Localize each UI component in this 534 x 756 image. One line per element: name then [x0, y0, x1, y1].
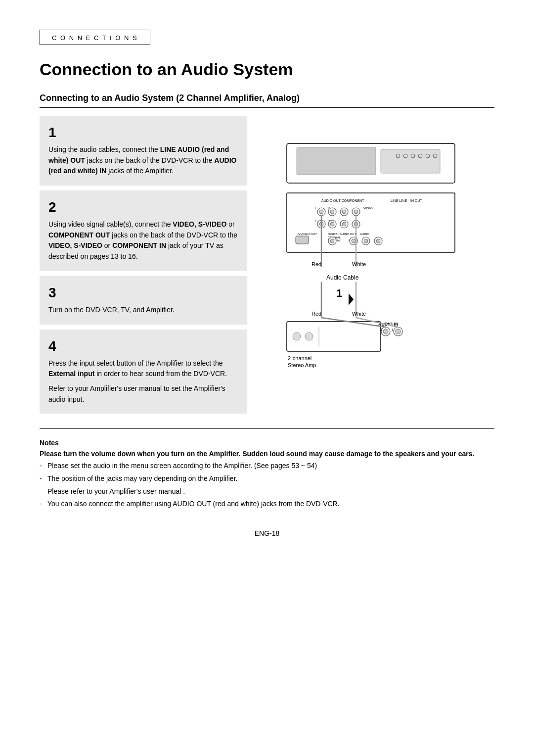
svg-point-20: [342, 210, 346, 214]
svg-text:R: R: [380, 328, 382, 331]
svg-rect-35: [296, 236, 309, 244]
step-1-block: 1 Using the audio cables, connect the LI…: [40, 116, 247, 186]
notes-title: Notes: [40, 439, 494, 447]
note-item-2b: Please refer to your Amplifier's user ma…: [40, 486, 494, 497]
page-number: ENG-18: [40, 529, 494, 537]
section-divider: [40, 428, 494, 429]
svg-text:IN    OUT: IN OUT: [410, 199, 422, 202]
svg-point-66: [383, 329, 388, 334]
svg-text:White: White: [352, 311, 366, 317]
svg-point-44: [352, 239, 356, 243]
step-3-number: 3: [48, 285, 238, 301]
page-title: Connection to an Audio System: [40, 60, 494, 79]
svg-point-29: [330, 222, 334, 226]
step-4-block: 4 Press the input select button of the A…: [40, 330, 247, 414]
section-title: Connecting to an Audio System (2 Channel…: [40, 93, 494, 108]
svg-point-62: [305, 332, 313, 340]
svg-text:LINE  LINE: LINE LINE: [391, 199, 407, 202]
svg-rect-1: [297, 147, 376, 175]
svg-point-61: [293, 332, 301, 340]
svg-point-18: [330, 210, 334, 214]
breadcrumb-box: C O N N E C T I O N S: [40, 30, 150, 45]
svg-text:Red: Red: [312, 311, 321, 317]
step-4-text: Press the input select button of the Amp…: [48, 358, 238, 379]
step-2-block: 2 Using video signal cable(s), connect t…: [40, 190, 247, 271]
step-1-number: 1: [48, 125, 238, 141]
step-2-number: 2: [48, 199, 238, 215]
svg-text:R: R: [315, 219, 318, 222]
svg-text:Audio Cable: Audio Cable: [326, 274, 359, 281]
note-item-1: Please set the audio in the menu screen …: [40, 461, 494, 472]
svg-text:L: L: [315, 207, 317, 210]
step-4-number: 4: [48, 338, 238, 354]
svg-text:S-VIDEO OUT: S-VIDEO OUT: [298, 233, 317, 236]
content-area: 1 Using the audio cables, connect the LI…: [40, 116, 494, 419]
svg-text:AUDIO: AUDIO: [360, 233, 369, 236]
svg-point-48: [376, 239, 380, 243]
svg-text:White: White: [352, 261, 366, 267]
svg-text:1: 1: [336, 287, 342, 299]
page: C O N N E C T I O N S Connection to an A…: [0, 0, 534, 756]
step-3-text: Turn on the DVD-VCR, TV, and Amplifier.: [48, 305, 238, 316]
svg-point-22: [354, 210, 358, 214]
svg-point-31: [342, 222, 346, 226]
svg-point-69: [396, 329, 400, 334]
note-bold: Please turn the volume down when you tur…: [40, 450, 494, 458]
step-3-block: 3 Turn on the DVD-VCR, TV, and Amplifier…: [40, 276, 247, 325]
step-4-extra: Refer to your Amplifier's user manual to…: [48, 383, 238, 405]
svg-text:L: L: [392, 328, 394, 331]
breadcrumb-label: C O N N E C T I O N S: [52, 34, 138, 42]
svg-rect-2: [381, 149, 440, 173]
note-item-3: You can also connect the amplifier using…: [40, 499, 494, 510]
note-item-2: The position of the jacks may vary depen…: [40, 473, 494, 484]
svg-text:2-channel: 2-channel: [288, 355, 312, 361]
step-1-text: Using the audio cables, connect the LINE…: [48, 144, 238, 177]
svg-point-46: [364, 239, 368, 243]
svg-text:AUDIO OUT  COMPONENT: AUDIO OUT COMPONENT: [321, 199, 364, 202]
svg-text:Red: Red: [312, 261, 321, 267]
connection-diagram: AUDIO OUT COMPONENT LINE LINE IN OUT L Y…: [272, 139, 485, 396]
step-2-text: Using video signal cable(s), connect the…: [48, 219, 238, 262]
notes-section: Notes Please turn the volume down when y…: [40, 439, 494, 510]
svg-text:DIGITAL AUDIO OUT: DIGITAL AUDIO OUT: [328, 233, 356, 236]
steps-column: 1 Using the audio cables, connect the LI…: [40, 116, 247, 419]
svg-rect-9: [287, 193, 455, 252]
diagram-column: AUDIO OUT COMPONENT LINE LINE IN OUT L Y…: [262, 116, 494, 419]
svg-point-41: [330, 239, 334, 243]
svg-text:Stereo Amp.: Stereo Amp.: [288, 362, 318, 368]
svg-text:VIDEO: VIDEO: [363, 207, 373, 210]
svg-point-15: [319, 210, 323, 214]
svg-marker-55: [349, 293, 354, 305]
